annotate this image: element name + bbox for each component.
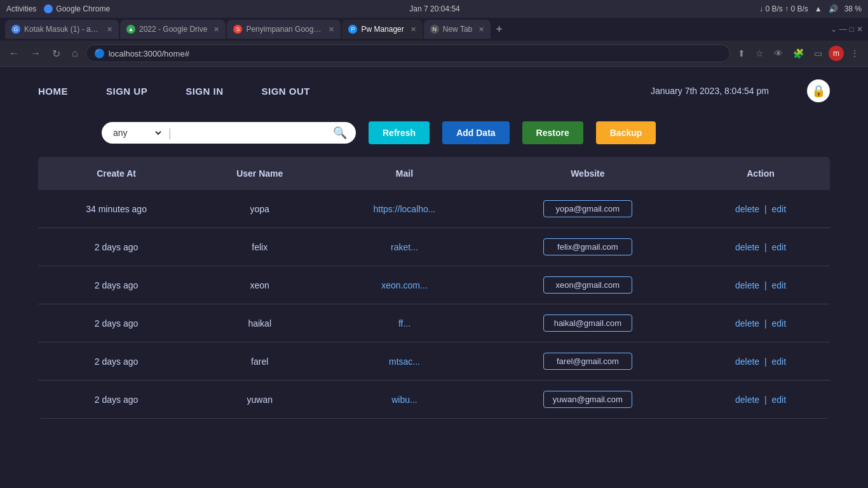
new-tab-button[interactable]: + bbox=[492, 23, 506, 36]
action-separator: | bbox=[764, 395, 767, 405]
tab-newtab-close[interactable]: ✕ bbox=[478, 25, 484, 34]
mail-link[interactable]: https://localho... bbox=[373, 204, 435, 214]
delete-button[interactable]: delete bbox=[735, 318, 759, 329]
delete-button[interactable]: delete bbox=[735, 395, 759, 405]
restore-button[interactable]: Restore bbox=[522, 121, 583, 144]
cell-username: yuwan bbox=[194, 381, 325, 419]
edit-button[interactable]: edit bbox=[772, 204, 787, 214]
nav-home[interactable]: HOME bbox=[38, 86, 68, 97]
reload-button[interactable]: ↻ bbox=[48, 45, 64, 62]
network-label: ↓ 0 B/s ↑ 0 B/s bbox=[759, 4, 808, 13]
nav-signup[interactable]: SIGN UP bbox=[106, 86, 147, 97]
edit-button[interactable]: edit bbox=[772, 280, 787, 290]
col-mail: Mail bbox=[325, 157, 484, 190]
action-separator: | bbox=[764, 318, 767, 329]
bookmark-button[interactable]: ☆ bbox=[752, 46, 768, 61]
cell-mail[interactable]: https://localho... bbox=[325, 190, 484, 228]
os-bar: Activities Google Chrome Jan 7 20:04:54 … bbox=[0, 0, 868, 18]
cell-mail[interactable]: raket... bbox=[325, 228, 484, 266]
wifi-icon: ▲ bbox=[815, 4, 822, 13]
activities-label[interactable]: Activities bbox=[6, 4, 36, 13]
cell-mail[interactable]: ff... bbox=[325, 304, 484, 342]
mail-link[interactable]: raket... bbox=[391, 242, 418, 252]
maximize-icon[interactable]: □ bbox=[850, 25, 854, 34]
tab-list-icon[interactable]: ⌄ bbox=[831, 25, 837, 34]
cell-website: yopa@gmail.com bbox=[484, 190, 691, 228]
minimize-icon[interactable]: — bbox=[839, 25, 847, 34]
share-button[interactable]: ⬆ bbox=[734, 46, 749, 61]
cell-mail[interactable]: xeon.com... bbox=[325, 266, 484, 304]
edit-button[interactable]: edit bbox=[772, 356, 787, 367]
nav-datetime: January 7th 2023, 8:04:54 pm bbox=[651, 86, 769, 96]
edit-button[interactable]: edit bbox=[772, 318, 787, 329]
col-action: Action bbox=[691, 157, 830, 190]
table-row: 2 days ago xeon xeon.com... xeon@gmail.c… bbox=[38, 266, 830, 304]
cell-website: haikal@gmail.com bbox=[484, 304, 691, 342]
tab-drive-close[interactable]: ✕ bbox=[214, 25, 219, 34]
cell-username: xeon bbox=[194, 266, 325, 304]
tab-newtab[interactable]: N New Tab ✕ bbox=[424, 20, 491, 39]
website-badge: yopa@gmail.com bbox=[543, 200, 632, 217]
tab-storage[interactable]: S Penyimpanan Google C ✕ bbox=[227, 20, 341, 39]
cell-username: felix bbox=[194, 228, 325, 266]
cell-website: xeon@gmail.com bbox=[484, 266, 691, 304]
back-button[interactable]: ← bbox=[5, 45, 23, 62]
tab-pwmanager[interactable]: P Pw Manager ✕ bbox=[342, 20, 422, 39]
delete-button[interactable]: delete bbox=[735, 356, 759, 367]
mail-link[interactable]: ff... bbox=[398, 318, 410, 329]
sidebar-button[interactable]: ▭ bbox=[810, 46, 826, 61]
tab-drive-title: 2022 - Google Drive bbox=[139, 25, 207, 34]
address-bar[interactable]: 🔵 localhost:3000/home# bbox=[86, 44, 730, 62]
close-window-icon[interactable]: ✕ bbox=[857, 25, 863, 34]
cell-created-at: 2 days ago bbox=[38, 381, 194, 419]
col-website: Website bbox=[484, 157, 691, 190]
add-data-button[interactable]: Add Data bbox=[442, 121, 509, 144]
cell-username: haikal bbox=[194, 304, 325, 342]
forward-button[interactable]: → bbox=[27, 45, 44, 62]
mail-link[interactable]: xeon.com... bbox=[381, 280, 427, 290]
action-separator: | bbox=[764, 204, 767, 214]
cell-action: delete | edit bbox=[691, 381, 830, 419]
nav-signout[interactable]: SIGN OUT bbox=[262, 86, 311, 97]
tab-storage-title: Penyimpanan Google C bbox=[246, 25, 322, 34]
tab-pwmanager-close[interactable]: ✕ bbox=[410, 25, 416, 34]
extensions-button[interactable]: 🧩 bbox=[789, 46, 808, 61]
edit-button[interactable]: edit bbox=[772, 395, 787, 405]
tab-gmail[interactable]: G Kotak Masuk (1) - anon ✕ bbox=[5, 20, 119, 39]
search-divider: | bbox=[168, 126, 172, 140]
action-separator: | bbox=[764, 280, 767, 290]
lock-button[interactable]: 🔒 bbox=[807, 79, 830, 102]
delete-button[interactable]: delete bbox=[735, 204, 759, 214]
browser-chrome: G Kotak Masuk (1) - anon ✕ ▲ 2022 - Goog… bbox=[0, 18, 868, 67]
cell-created-at: 2 days ago bbox=[38, 228, 194, 266]
action-separator: | bbox=[764, 242, 767, 252]
website-badge: xeon@gmail.com bbox=[543, 276, 632, 294]
menu-button[interactable]: ⋮ bbox=[846, 46, 863, 61]
table-row: 2 days ago haikal ff... haikal@gmail.com… bbox=[38, 304, 830, 342]
nav-signin[interactable]: SIGN IN bbox=[186, 86, 223, 97]
home-button[interactable]: ⌂ bbox=[68, 45, 82, 62]
backup-button[interactable]: Backup bbox=[596, 121, 656, 144]
browser-name-label: Google Chrome bbox=[56, 4, 110, 13]
cell-website: felix@gmail.com bbox=[484, 228, 691, 266]
mail-link[interactable]: mtsac... bbox=[389, 356, 420, 367]
cell-mail[interactable]: wibu... bbox=[325, 381, 484, 419]
search-input[interactable] bbox=[177, 128, 328, 138]
tab-drive[interactable]: ▲ 2022 - Google Drive ✕ bbox=[120, 20, 226, 39]
tab-storage-close[interactable]: ✕ bbox=[329, 25, 334, 34]
address-text: localhost:3000/home# bbox=[109, 49, 722, 58]
cell-action: delete | edit bbox=[691, 266, 830, 304]
edit-button[interactable]: edit bbox=[772, 242, 787, 252]
tab-pwmanager-title: Pw Manager bbox=[361, 25, 403, 34]
profile-button[interactable]: m bbox=[829, 46, 844, 61]
tab-gmail-close[interactable]: ✕ bbox=[107, 25, 112, 34]
delete-button[interactable]: delete bbox=[735, 242, 759, 252]
search-select[interactable]: any username mail website bbox=[111, 127, 163, 139]
table-row: 2 days ago farel mtsac... farel@gmail.co… bbox=[38, 342, 830, 381]
extension1-button[interactable]: 👁 bbox=[770, 46, 787, 61]
delete-button[interactable]: delete bbox=[735, 280, 759, 290]
mail-link[interactable]: wibu... bbox=[391, 395, 417, 405]
refresh-button[interactable]: Refresh bbox=[369, 121, 430, 144]
search-button[interactable]: 🔍 bbox=[333, 126, 347, 140]
cell-mail[interactable]: mtsac... bbox=[325, 342, 484, 381]
